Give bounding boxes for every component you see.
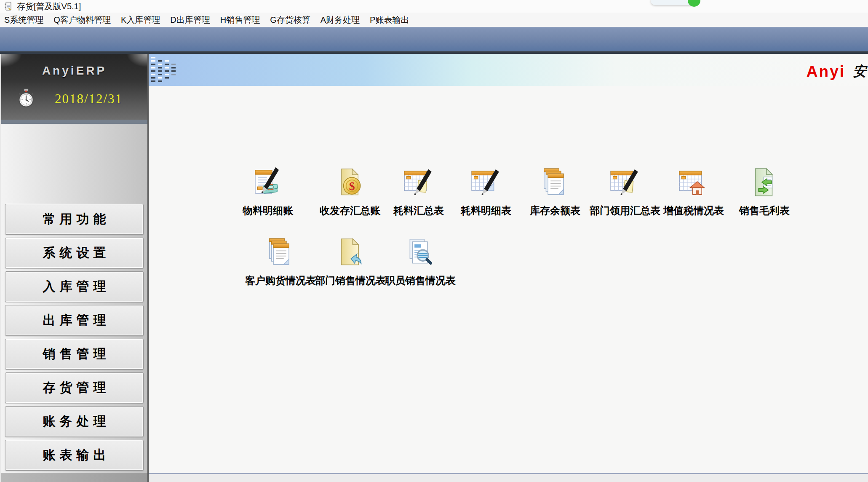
table-house-icon (677, 166, 710, 200)
sidebar-button-warehouse-out[interactable]: 出库管理 (5, 305, 144, 336)
overlay-toggle[interactable] (651, 0, 698, 5)
document-arrow-icon (334, 236, 367, 270)
app-window: 存货[普及版V5.1] S系统管理 Q客户物料管理 K入库管理 D出库管理 H销… (0, 0, 868, 482)
sidebar-button-accounting[interactable]: 账务处理 (5, 406, 144, 437)
documents-stack-icon (538, 166, 572, 200)
shortcut-vat-status[interactable]: 增值税情况表 (654, 166, 734, 217)
brand: Anyi 安 (807, 62, 866, 81)
shortcut-label: 客户购货情况表 (245, 274, 316, 287)
brand-mark: 安 (853, 62, 866, 81)
sidebar-button-warehouse-in[interactable]: 入库管理 (5, 271, 144, 302)
ledger-pen-money-icon (251, 166, 285, 200)
menu-item-finance[interactable]: A财务处理 (320, 14, 360, 26)
login-date: 2018/12/31 (36, 91, 147, 107)
shortcut-consumption-detail[interactable]: 耗料明细表 (446, 166, 526, 217)
documents-stack-icon (264, 236, 297, 270)
shortcut-department-requisition-summary[interactable]: 部门领用汇总表 (585, 166, 665, 217)
document-coin-icon (333, 166, 367, 200)
shortcut-in-out-stock-summary[interactable]: 收发存汇总账 (310, 166, 390, 217)
notebook-icon (3, 1, 13, 11)
table-note-pen-icon (608, 166, 642, 200)
document-magnifier-icon (403, 236, 437, 270)
menu-item-sales[interactable]: H销售管理 (220, 14, 260, 26)
shortcut-label: 物料明细账 (243, 204, 293, 217)
shortcut-label: 部门销售情况表 (315, 274, 386, 287)
menu-item-report-output[interactable]: P账表输出 (370, 14, 409, 26)
date-row: 2018/12/31 (1, 88, 147, 110)
menu-bar: S系统管理 Q客户物料管理 K入库管理 D出库管理 H销售管理 G存货核算 A财… (0, 13, 868, 27)
sidebar-footer (1, 473, 147, 482)
sidebar-button-sales[interactable]: 销售管理 (5, 339, 144, 370)
shortcut-label: 职员销售情况表 (385, 274, 456, 287)
green-document-arrows-icon (748, 166, 781, 200)
content-area: Anyi 安 物料明细账 收发存汇总账 耗料汇总表 耗料明细表 (149, 54, 868, 482)
brand-logo: Anyi (807, 63, 845, 80)
sidebar-buttons: 常用功能 系统设置 入库管理 出库管理 销售管理 存货管理 账务处理 账表输出 (5, 204, 144, 471)
shortcut-customer-purchase-status[interactable]: 客户购货情况表 (240, 236, 320, 287)
sidebar-divider (1, 120, 147, 124)
shortcut-label: 耗料明细表 (461, 204, 511, 217)
shortcut-sales-gross-profit[interactable]: 销售毛利表 (724, 166, 804, 217)
shortcut-stock-balance[interactable]: 库存余额表 (515, 166, 595, 217)
menu-item-customer-material[interactable]: Q客户物料管理 (53, 14, 111, 26)
shortcut-label: 销售毛利表 (739, 204, 790, 217)
toolbar-separator (0, 51, 868, 54)
menu-item-warehouse-out[interactable]: D出库管理 (170, 14, 210, 26)
shortcut-label: 收发存汇总账 (320, 204, 380, 217)
sidebar-button-inventory[interactable]: 存货管理 (5, 372, 144, 403)
window-title: 存货[普及版V5.1] (17, 1, 81, 12)
table-note-pen-icon (402, 166, 435, 200)
sidebar-header: AnyiERP 2018/12/31 (1, 54, 147, 120)
shortcut-material-detail-ledger[interactable]: 物料明细账 (228, 166, 308, 217)
app-logo: AnyiERP (1, 64, 147, 78)
shortcut-staff-sales-status[interactable]: 职员销售情况表 (380, 236, 460, 287)
shortcut-label: 增值税情况表 (663, 204, 724, 217)
sidebar: AnyiERP 2018/12/31 常用功能 系统设置 入库管理 出库管理 销… (0, 54, 149, 482)
shortcut-department-sales-status[interactable]: 部门销售情况表 (310, 236, 390, 287)
sidebar-button-reports[interactable]: 账表输出 (5, 440, 144, 471)
sidebar-button-common-functions[interactable]: 常用功能 (5, 204, 144, 235)
shortcut-label: 部门领用汇总表 (590, 204, 660, 217)
title-bar: 存货[普及版V5.1] (0, 0, 868, 13)
dot-pattern-decoration (150, 56, 177, 85)
menu-item-inventory-accounting[interactable]: G存货核算 (270, 14, 310, 26)
sidebar-button-system-settings[interactable]: 系统设置 (5, 238, 144, 268)
menu-item-warehouse-in[interactable]: K入库管理 (121, 14, 160, 26)
shortcut-label: 库存余额表 (530, 204, 580, 217)
table-pen-icon (469, 166, 503, 200)
content-banner: Anyi 安 (149, 54, 868, 86)
menu-item-system[interactable]: S系统管理 (4, 14, 43, 26)
status-strip (149, 473, 868, 482)
main-area: AnyiERP 2018/12/31 常用功能 系统设置 入库管理 出库管理 销… (0, 54, 868, 482)
toolbar-band (0, 27, 868, 51)
stopwatch-icon (16, 88, 36, 110)
shortcut-label: 耗料汇总表 (393, 204, 444, 217)
